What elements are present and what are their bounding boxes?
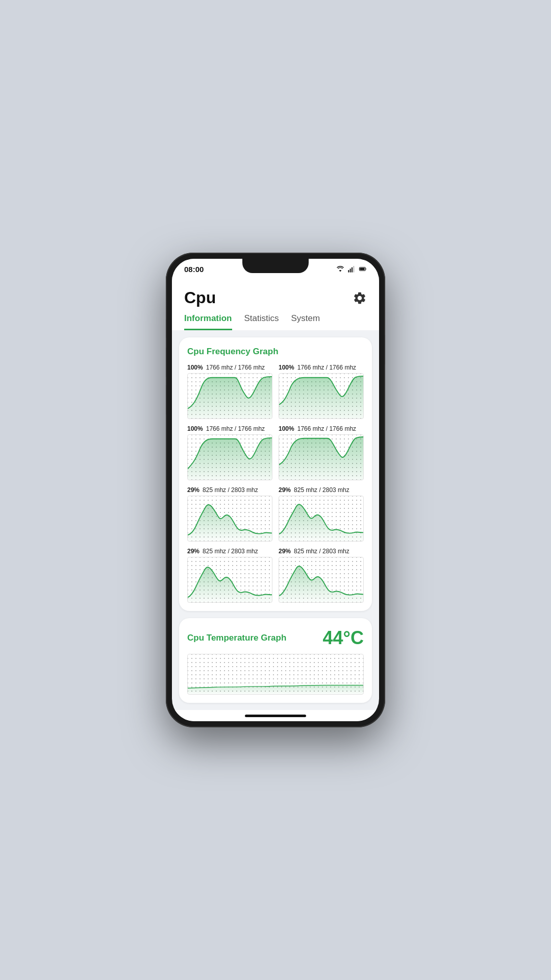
phone-screen: 08:00 bbox=[172, 259, 379, 721]
core-3-graph: 100% 1766 mhz / 1766 mhz bbox=[187, 425, 272, 480]
svg-rect-2 bbox=[352, 267, 353, 273]
temperature-graph-card: Cpu Temperature Graph 44°C bbox=[179, 618, 372, 703]
signal-icon bbox=[347, 265, 356, 273]
app-header: Cpu Information Statistics System bbox=[172, 284, 379, 330]
core-1-chart bbox=[187, 373, 272, 419]
temperature-graph-title: Cpu Temperature Graph bbox=[187, 633, 286, 643]
tab-information[interactable]: Information bbox=[184, 313, 232, 330]
core-6-graph: 29% 825 mhz / 2803 mhz bbox=[279, 486, 364, 542]
core-5-chart bbox=[187, 496, 272, 542]
svg-rect-6 bbox=[360, 268, 364, 271]
core-8-graph: 29% 825 mhz / 2803 mhz bbox=[279, 548, 364, 603]
frequency-graph-title: Cpu Frequency Graph bbox=[187, 347, 364, 357]
core-4-label: 100% 1766 mhz / 1766 mhz bbox=[279, 425, 364, 432]
core-4-graph: 100% 1766 mhz / 1766 mhz bbox=[279, 425, 364, 480]
core-5-graph: 29% 825 mhz / 2803 mhz bbox=[187, 486, 272, 542]
status-icons bbox=[336, 265, 367, 273]
core-2-label: 100% 1766 mhz / 1766 mhz bbox=[279, 364, 364, 371]
header-row: Cpu bbox=[184, 288, 367, 307]
graphs-grid: 100% 1766 mhz / 1766 mhz bbox=[187, 364, 364, 603]
scroll-area[interactable]: Cpu Frequency Graph 100% 1766 mhz / 1766… bbox=[172, 330, 379, 710]
svg-rect-3 bbox=[353, 266, 354, 273]
core-1-graph: 100% 1766 mhz / 1766 mhz bbox=[187, 364, 272, 419]
core-7-graph: 29% 825 mhz / 2803 mhz bbox=[187, 548, 272, 603]
core-7-label: 29% 825 mhz / 2803 mhz bbox=[187, 548, 272, 555]
core-7-chart bbox=[187, 557, 272, 603]
tab-system[interactable]: System bbox=[291, 313, 320, 330]
core-8-chart bbox=[279, 557, 364, 603]
phone-frame: 08:00 bbox=[166, 253, 385, 727]
settings-icon[interactable] bbox=[353, 291, 367, 305]
volume-up-button bbox=[166, 347, 166, 378]
temperature-value: 44°C bbox=[323, 627, 364, 649]
core-5-label: 29% 825 mhz / 2803 mhz bbox=[187, 486, 272, 494]
svg-rect-0 bbox=[348, 270, 349, 273]
core-2-graph: 100% 1766 mhz / 1766 mhz bbox=[279, 364, 364, 419]
core-6-label: 29% 825 mhz / 2803 mhz bbox=[279, 486, 364, 494]
home-indicator bbox=[172, 710, 379, 721]
battery-icon bbox=[359, 265, 367, 273]
notch bbox=[242, 259, 309, 273]
status-time: 08:00 bbox=[184, 265, 204, 274]
core-3-label: 100% 1766 mhz / 1766 mhz bbox=[187, 425, 272, 432]
home-bar bbox=[245, 715, 306, 717]
tab-statistics[interactable]: Statistics bbox=[244, 313, 279, 330]
temperature-chart bbox=[187, 654, 364, 695]
page-title: Cpu bbox=[184, 288, 216, 307]
core-6-chart bbox=[279, 496, 364, 542]
power-button bbox=[385, 334, 385, 365]
tabs-container: Information Statistics System bbox=[184, 313, 367, 330]
svg-rect-5 bbox=[365, 268, 366, 270]
mute-button bbox=[166, 319, 166, 338]
svg-rect-1 bbox=[350, 268, 351, 272]
wifi-icon bbox=[336, 265, 344, 273]
core-2-chart bbox=[279, 373, 364, 419]
core-4-chart bbox=[279, 434, 364, 480]
frequency-graph-card: Cpu Frequency Graph 100% 1766 mhz / 1766… bbox=[179, 337, 372, 611]
volume-down-button bbox=[166, 384, 166, 415]
temperature-header: Cpu Temperature Graph 44°C bbox=[187, 627, 364, 649]
core-3-chart bbox=[187, 434, 272, 480]
core-1-label: 100% 1766 mhz / 1766 mhz bbox=[187, 364, 272, 371]
core-8-label: 29% 825 mhz / 2803 mhz bbox=[279, 548, 364, 555]
